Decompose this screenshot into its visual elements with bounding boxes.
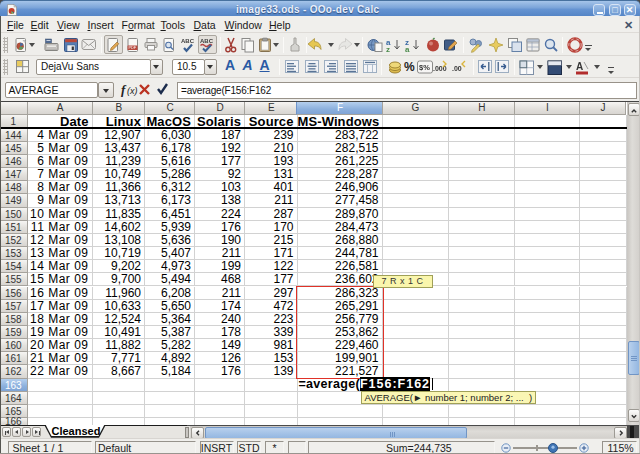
svg-text:z: z [386,45,390,53]
svg-text:a: a [405,45,410,53]
svg-text:.00: .00 [452,65,462,72]
svg-text:A: A [576,61,583,72]
svg-text:ABC: ABC [200,38,214,44]
svg-text:$%: $% [419,63,430,72]
svg-text:PDF: PDF [129,46,137,50]
svg-text:ABC: ABC [181,38,195,44]
